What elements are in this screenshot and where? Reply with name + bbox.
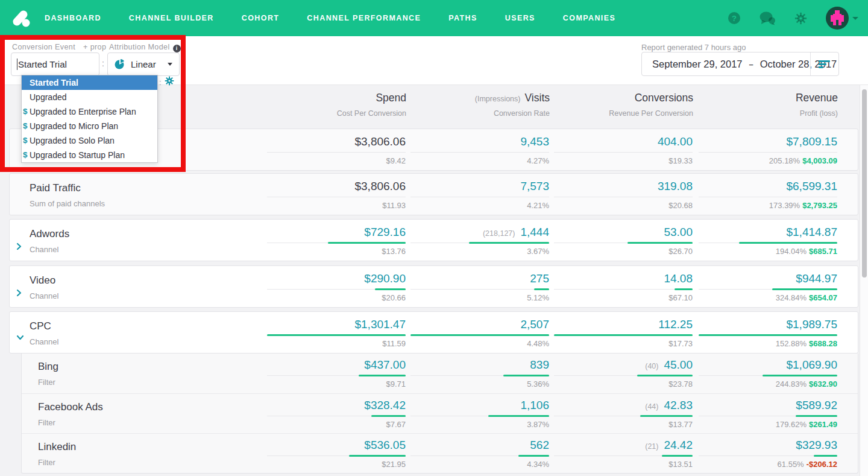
row-subtitle: Filter — [38, 378, 55, 387]
scrollbar-track[interactable] — [860, 85, 868, 476]
value-bar — [699, 242, 837, 244]
attribution-model-label: Attribution Modeli — [109, 43, 181, 52]
value-bar — [699, 334, 837, 336]
value-bar — [699, 196, 837, 198]
row-title: Facebook Ads — [38, 401, 103, 413]
visits-value: 1,444 — [520, 226, 549, 238]
spend-sub-value: $7.67 — [267, 420, 406, 429]
nav-item-channel-performance[interactable]: CHANNEL PERFORMANCE — [307, 14, 421, 22]
conversions-sub-value: $19.33 — [554, 156, 693, 165]
value-bar — [554, 415, 693, 417]
add-prop-link[interactable]: + prop — [83, 43, 106, 51]
dropdown-option-upgraded-to-micro-plan[interactable]: $Upgraded to Micro Plan — [22, 119, 157, 133]
help-icon[interactable]: ? — [728, 11, 741, 25]
table-row-linkedin[interactable]: LinkedinFilter$536.05$21.955624.34%(21)2… — [22, 433, 858, 473]
nav-item-companies[interactable]: COMPANIES — [563, 14, 615, 22]
table-row-video[interactable]: VideoChannel$290.90$20.662755.12%14.08$6… — [9, 265, 858, 308]
value-bar-fill — [763, 375, 837, 376]
expand-chevron-icon[interactable] — [16, 243, 24, 250]
value-bar — [410, 196, 549, 198]
dropdown-option-upgraded-to-enterprise-plan[interactable]: $Upgraded to Enterprise Plan — [22, 104, 157, 119]
conversions-secondary-value: (40) — [645, 362, 658, 370]
nav-item-cohort[interactable]: COHORT — [242, 14, 280, 22]
nav-item-users[interactable]: USERS — [505, 14, 535, 22]
conversions-sub-value: $20.68 — [554, 201, 693, 210]
value-bar-fill — [534, 288, 549, 290]
app-logo-icon[interactable] — [11, 8, 31, 28]
cell-conversions: 404.00$19.33 — [554, 135, 693, 165]
conversions-sub-value: $13.77 — [554, 420, 693, 429]
revenue-sub-value: 324.84%$654.07 — [699, 293, 837, 302]
value-bar — [410, 455, 549, 457]
value-bar — [267, 375, 406, 376]
value-bar — [267, 415, 406, 417]
row-title: Bing — [38, 361, 58, 373]
profit-percent: 173.39% — [769, 201, 800, 210]
profit-value: -$206.12 — [807, 460, 837, 469]
settings-gear-icon[interactable] — [794, 12, 807, 25]
visits-value: 275 — [530, 272, 549, 285]
info-icon[interactable]: i — [173, 45, 181, 52]
value-bar-fill — [410, 334, 549, 336]
table-row-cpc[interactable]: CPCChannel$1,301.47$11.592,5074.48%112.2… — [9, 311, 858, 354]
channel-filter-group: BingFilter$437.00$9.718395.36%(40)45.00$… — [21, 354, 858, 474]
table-row-bing[interactable]: BingFilter$437.00$9.718395.36%(40)45.00$… — [22, 354, 858, 393]
table-row-facebook-ads[interactable]: Facebook AdsFilter$328.42$7.671,1063.87%… — [22, 393, 858, 433]
scrollbar-thumb[interactable] — [862, 89, 867, 278]
svg-text:?: ? — [732, 14, 737, 23]
dropdown-option-upgraded-to-startup-plan[interactable]: $Upgraded to Startup Plan — [22, 148, 157, 162]
row-subtitle: Filter — [38, 418, 55, 427]
attribution-model-select[interactable]: Linear — [107, 52, 180, 76]
value-bar-fill — [662, 455, 693, 457]
value-bar-fill — [371, 415, 406, 417]
value-bar — [554, 334, 693, 336]
row-settings-gear-icon[interactable] — [165, 76, 174, 88]
date-separator: – — [749, 60, 753, 69]
cell-spend: $3,806.06$9.42 — [267, 135, 406, 165]
conversion-event-dropdown: Started TrialUpgraded$Upgraded to Enterp… — [21, 75, 158, 163]
cell-visits: 5624.34% — [410, 439, 549, 469]
revenue-sub-value: 152.88%$688.28 — [699, 339, 837, 348]
cell-revenue: $7,809.15205.18%$4,003.09 — [699, 135, 837, 165]
expand-chevron-icon[interactable] — [16, 289, 24, 296]
dropdown-option-label: Upgraded to Solo Plan — [30, 133, 115, 148]
value-bar-fill — [267, 334, 406, 336]
conversions-sub-value: $23.78 — [554, 379, 693, 389]
dropdown-option-upgraded[interactable]: Upgraded — [22, 90, 157, 104]
value-bar — [267, 196, 406, 198]
divider — [810, 52, 811, 75]
expand-chevron-icon[interactable] — [16, 335, 24, 342]
dropdown-option-started-trial[interactable]: Started Trial — [22, 75, 157, 90]
visits-sub-value: 4.27% — [410, 156, 549, 165]
profit-percent: 152.88% — [776, 339, 807, 348]
value-bar-fill — [554, 334, 693, 336]
conversions-value: 404.00 — [658, 135, 693, 148]
value-bar — [267, 455, 406, 457]
separator-colon: : — [159, 78, 162, 87]
conversions-value: 319.08 — [658, 180, 693, 192]
column-header-visits: (Impressions)Visits Conversion Rate — [411, 92, 550, 118]
row-subtitle: Channel — [30, 337, 58, 346]
value-bar-fill — [627, 242, 693, 244]
conversion-event-input[interactable]: Started Trial — [11, 52, 99, 76]
date-range-picker[interactable]: September 29, 2017 – October 28, 2017 — [641, 52, 839, 76]
revenue-value: $7,809.15 — [786, 135, 837, 148]
nav-item-channel-builder[interactable]: CHANNEL BUILDER — [129, 14, 214, 22]
cell-conversions: 14.08$67.10 — [554, 272, 693, 302]
user-menu[interactable] — [826, 7, 858, 30]
caret-down-icon — [852, 17, 858, 20]
nav-item-paths[interactable]: PATHS — [448, 14, 477, 22]
row-title: CPC — [30, 320, 51, 332]
nav-item-dashboard[interactable]: DASHBOARD — [45, 14, 101, 22]
sort-icon[interactable] — [819, 60, 831, 69]
table-row-paid-traffic[interactable]: Paid TrafficSum of paid channels$3,806.0… — [9, 173, 858, 215]
chat-icon[interactable] — [760, 11, 776, 25]
dropdown-option-upgraded-to-solo-plan[interactable]: $Upgraded to Solo Plan — [22, 133, 157, 148]
dollar-icon: $ — [23, 104, 30, 119]
revenue-sub-value: 179.62%$261.49 — [699, 420, 837, 429]
value-bar — [554, 151, 693, 153]
dollar-icon: $ — [23, 133, 30, 148]
cell-spend: $729.16$13.76 — [267, 226, 406, 256]
table-row-adwords[interactable]: AdwordsChannel$729.16$13.76(218,127)1,44… — [9, 219, 858, 261]
conversion-event-label: Conversion Event+ prop — [12, 43, 106, 51]
